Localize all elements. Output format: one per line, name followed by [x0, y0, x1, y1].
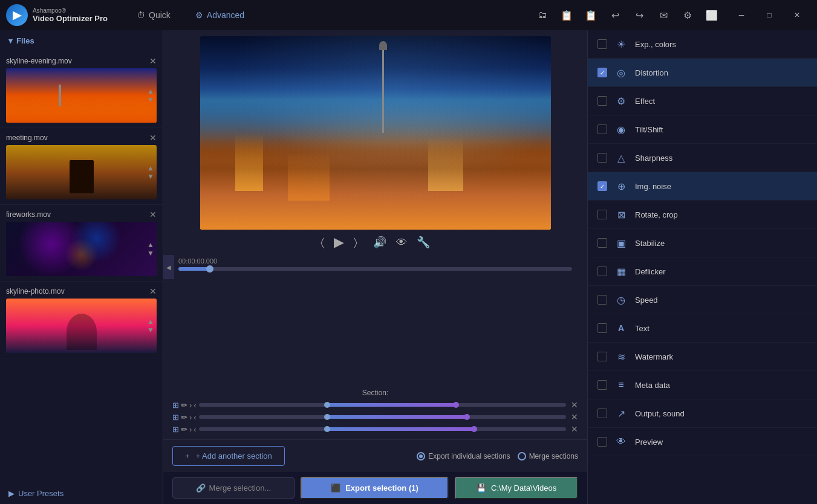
individual-sections-radio[interactable]: Export individual sections	[417, 452, 510, 460]
merge-selection-button[interactable]: 🔗 Merge selection...	[172, 477, 295, 499]
panel-item-deflicker[interactable]: ▦ Deflicker	[588, 257, 817, 286]
panel-item-meta-data[interactable]: ≡ Meta data	[588, 371, 817, 399]
preview-checkbox[interactable]	[597, 437, 607, 447]
panel-item-speed[interactable]: ◷ Speed	[588, 286, 817, 314]
volume-icon[interactable]: 🔊	[373, 236, 386, 249]
section-add-icon-1[interactable]: ⊞	[172, 401, 179, 410]
file-thumbnail[interactable]: ▲ ▼	[6, 222, 157, 276]
close-button[interactable]: ✕	[783, 5, 811, 25]
files-section-header[interactable]: ▾ Files	[0, 30, 163, 51]
minimize-button[interactable]: ─	[727, 5, 755, 25]
section-slider-3[interactable]	[199, 427, 566, 431]
file-thumbnail[interactable]: ▲ ▼	[6, 145, 157, 199]
sharpness-checkbox[interactable]	[597, 153, 607, 163]
file-close-icon[interactable]: ✕	[149, 210, 157, 219]
file-thumbnail[interactable]: ▲ ▼	[6, 68, 157, 123]
watermark-checkbox[interactable]	[597, 352, 607, 361]
panel-item-exp-colors[interactable]: ☀ Exp., colors	[588, 30, 817, 59]
panel-item-img-noise[interactable]: ⊕ Img. noise	[588, 172, 817, 201]
play-button[interactable]: ▶	[334, 234, 344, 250]
tab-quick[interactable]: ⏱ Quick	[126, 7, 181, 24]
section-left-handle-1[interactable]	[324, 402, 330, 408]
user-presets-section[interactable]: ▶ User Presets	[0, 483, 163, 504]
clip-icon-btn[interactable]: 📋	[557, 5, 576, 25]
thumb-down-arrow[interactable]: ▼	[147, 250, 154, 257]
panel-item-watermark[interactable]: ≋ Watermark	[588, 343, 817, 371]
thumb-up-arrow[interactable]: ▲	[147, 88, 154, 95]
eye-icon[interactable]: 👁	[396, 236, 407, 249]
thumb-up-arrow[interactable]: ▲	[147, 164, 154, 172]
meta-data-checkbox[interactable]	[597, 380, 607, 390]
folder-icon-btn[interactable]: 🗂	[533, 5, 552, 25]
section-chevron-left-3[interactable]: ‹	[194, 425, 196, 434]
section-right-handle-1[interactable]	[453, 402, 459, 408]
file-close-icon[interactable]: ✕	[149, 56, 157, 66]
exp-colors-checkbox[interactable]	[597, 39, 607, 49]
panel-item-distortion[interactable]: ◎ Distortion	[588, 59, 817, 87]
img-noise-checkbox[interactable]	[597, 181, 607, 191]
distortion-checkbox[interactable]	[597, 68, 607, 77]
tilt-shift-checkbox[interactable]	[597, 124, 607, 134]
file-close-icon[interactable]: ✕	[149, 286, 157, 296]
path-button[interactable]: 💾 C:\My Data\Videos	[455, 477, 578, 499]
add-section-button[interactable]: + + Add another section	[172, 446, 285, 466]
section-chevron-left-2[interactable]: ‹	[194, 413, 196, 422]
section-edit-icon-2[interactable]: ✏	[181, 413, 187, 422]
thumb-up-arrow[interactable]: ▲	[147, 318, 154, 325]
section-slider-1[interactable]	[199, 403, 566, 407]
panel-item-sharpness[interactable]: △ Sharpness	[588, 144, 817, 172]
effect-checkbox[interactable]	[597, 96, 607, 106]
thumb-down-arrow[interactable]: ▼	[147, 96, 154, 103]
copy-icon-btn[interactable]: 📋	[581, 5, 601, 25]
section-edit-icon-3[interactable]: ✏	[181, 425, 187, 434]
section-left-handle-2[interactable]	[324, 414, 330, 420]
text-checkbox[interactable]	[597, 323, 607, 333]
file-thumbnail[interactable]: ▲ ▼	[6, 299, 157, 353]
section-chevron-right-2[interactable]: ›	[189, 413, 192, 422]
timeline-track[interactable]	[178, 267, 572, 271]
timeline-thumb[interactable]	[206, 265, 213, 273]
panel-item-preview[interactable]: 👁 Preview	[588, 428, 817, 456]
section-right-handle-2[interactable]	[464, 414, 470, 420]
section-chevron-left-1[interactable]: ‹	[194, 401, 196, 410]
deflicker-checkbox[interactable]	[597, 267, 607, 276]
thumb-down-arrow[interactable]: ▼	[147, 173, 154, 180]
export-selection-button[interactable]: ⬛ Export selection (1)	[301, 477, 449, 499]
thumb-down-arrow[interactable]: ▼	[147, 326, 154, 334]
rotate-crop-checkbox[interactable]	[597, 210, 607, 219]
section-chevron-right-1[interactable]: ›	[189, 401, 192, 410]
file-close-icon[interactable]: ✕	[149, 133, 157, 143]
section-close-3[interactable]: ✕	[571, 424, 578, 434]
section-slider-2[interactable]	[199, 415, 566, 419]
settings-icon-btn[interactable]: ⚙	[678, 5, 697, 25]
prev-frame-button[interactable]: 〈	[321, 236, 324, 249]
section-right-handle-3[interactable]	[471, 426, 477, 432]
merge-sections-radio[interactable]: Merge sections	[518, 452, 578, 460]
sidebar-collapse-toggle[interactable]: ◀	[163, 255, 174, 279]
section-edit-icon-1[interactable]: ✏	[181, 401, 187, 410]
section-close-2[interactable]: ✕	[571, 412, 578, 422]
panel-item-tilt-shift[interactable]: ◉ Tilt/Shift	[588, 115, 817, 144]
panel-item-text[interactable]: A Text	[588, 314, 817, 343]
panel-item-output-sound[interactable]: ↗ Output, sound	[588, 399, 817, 428]
window-icon-btn[interactable]: ⬜	[702, 5, 721, 25]
output-sound-checkbox[interactable]	[597, 409, 607, 418]
maximize-button[interactable]: □	[755, 5, 783, 25]
settings-icon[interactable]: 🔧	[417, 236, 430, 249]
panel-item-stabilize[interactable]: ▣ Stabilize	[588, 229, 817, 257]
next-frame-button[interactable]: 〉	[354, 236, 357, 249]
stabilize-checkbox[interactable]	[597, 238, 607, 248]
section-close-1[interactable]: ✕	[571, 400, 578, 410]
timeline-bar[interactable]: 00:00:00.000	[172, 255, 578, 271]
mail-icon-btn[interactable]: ✉	[654, 5, 673, 25]
section-chevron-right-3[interactable]: ›	[189, 425, 192, 434]
undo-icon-btn[interactable]: ↩	[605, 5, 625, 25]
video-frame[interactable]	[200, 36, 551, 230]
speed-checkbox[interactable]	[597, 295, 607, 305]
section-add-icon-2[interactable]: ⊞	[172, 413, 179, 422]
thumb-up-arrow[interactable]: ▲	[147, 241, 154, 248]
section-left-handle-3[interactable]	[324, 426, 330, 432]
panel-item-rotate-crop[interactable]: ⊠ Rotate, crop	[588, 201, 817, 229]
redo-icon-btn[interactable]: ↪	[630, 5, 649, 25]
section-add-icon-3[interactable]: ⊞	[172, 425, 179, 434]
